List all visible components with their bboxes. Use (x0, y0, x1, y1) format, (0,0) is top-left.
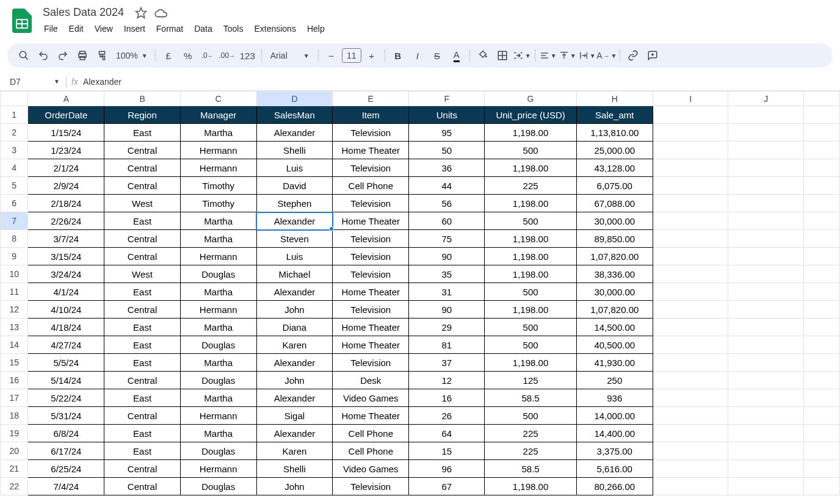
cell-extra-3[interactable] (804, 142, 840, 159)
cell-H16[interactable]: 250 (576, 372, 653, 389)
cell-G13[interactable]: 500 (485, 319, 576, 336)
cell-G18[interactable]: 500 (485, 407, 576, 425)
row-header-6[interactable]: 6 (1, 195, 28, 212)
cell-D6[interactable]: Stephen (256, 195, 333, 212)
cell-extra-16[interactable] (804, 372, 840, 389)
cell-D20[interactable]: Karen (256, 442, 333, 460)
cell-B20[interactable]: East (104, 442, 180, 460)
cell-I2[interactable] (653, 124, 728, 142)
cell-extra-1[interactable] (804, 106, 840, 124)
cell-A19[interactable]: 6/8/24 (28, 425, 104, 442)
cell-F20[interactable]: 15 (409, 442, 485, 460)
cell-G20[interactable]: 225 (485, 442, 576, 460)
paint-format-icon[interactable] (93, 46, 111, 65)
cell-F16[interactable]: 12 (409, 372, 485, 389)
cell-extra-11[interactable] (804, 283, 840, 301)
cell-A7[interactable]: 2/26/24 (28, 212, 104, 230)
cell-J9[interactable] (728, 248, 804, 265)
cell-A20[interactable]: 6/17/24 (28, 442, 104, 460)
cell-E13[interactable]: Home Theater (333, 319, 409, 336)
cell-B18[interactable]: Central (104, 407, 180, 425)
cell-B2[interactable]: East (104, 124, 180, 142)
cell-B19[interactable]: East (104, 425, 180, 442)
cell-F17[interactable]: 16 (409, 389, 485, 407)
cell-extra-19[interactable] (804, 425, 840, 442)
cell-B8[interactable]: Central (104, 230, 180, 248)
cell-extra-17[interactable] (804, 389, 840, 407)
cell-A6[interactable]: 2/18/24 (28, 195, 104, 212)
cell-D16[interactable]: John (256, 372, 333, 389)
cell-H10[interactable]: 38,336.00 (576, 265, 653, 283)
cell-C16[interactable]: Douglas (180, 372, 256, 389)
cell-extra-14[interactable] (804, 336, 840, 354)
cell-C8[interactable]: Martha (180, 230, 256, 248)
cell-J3[interactable] (728, 142, 804, 159)
cell-E3[interactable]: Home Theater (333, 142, 409, 159)
cell-E21[interactable]: Video Games (333, 460, 409, 478)
row-header-17[interactable]: 17 (1, 389, 28, 407)
row-header-22[interactable]: 22 (1, 478, 28, 495)
menu-help[interactable]: Help (302, 21, 330, 36)
cell-J10[interactable] (728, 265, 804, 283)
cell-F2[interactable]: 95 (409, 124, 485, 142)
cell-H17[interactable]: 936 (576, 389, 653, 407)
menu-file[interactable]: File (39, 21, 63, 36)
cell-F7[interactable]: 60 (409, 212, 485, 230)
cell-D9[interactable]: Luis (256, 248, 333, 265)
cell-B11[interactable]: East (104, 283, 180, 301)
cell-B6[interactable]: West (104, 195, 180, 212)
cell-B10[interactable]: West (104, 265, 180, 283)
cell-F11[interactable]: 31 (409, 283, 485, 301)
print-icon[interactable] (73, 46, 92, 65)
cell-J15[interactable] (728, 354, 804, 372)
cell-D15[interactable]: Alexander (256, 354, 333, 372)
cell-C2[interactable]: Martha (180, 124, 256, 142)
cell-C12[interactable]: Hermann (180, 301, 256, 319)
insert-link-icon[interactable] (624, 46, 642, 65)
insert-comment-icon[interactable] (643, 46, 662, 65)
cell-D5[interactable]: David (256, 177, 333, 195)
cell-B3[interactable]: Central (104, 142, 180, 159)
cell-I8[interactable] (653, 230, 728, 248)
row-header-1[interactable]: 1 (1, 106, 28, 124)
cell-I7[interactable] (653, 212, 728, 230)
cell-E15[interactable]: Television (333, 354, 409, 372)
menu-data[interactable]: Data (189, 21, 217, 36)
cell-H22[interactable]: 80,266.00 (576, 478, 653, 495)
cell-J2[interactable] (728, 124, 804, 142)
cell-G3[interactable]: 500 (485, 142, 576, 159)
cell-J11[interactable] (728, 283, 804, 301)
cell-J12[interactable] (728, 301, 804, 319)
cell-C15[interactable]: Martha (180, 354, 256, 372)
cell-C5[interactable]: Timothy (180, 177, 256, 195)
cell-I15[interactable] (653, 354, 728, 372)
cell-J7[interactable] (728, 212, 804, 230)
cell-I19[interactable] (653, 425, 728, 442)
column-header-extra[interactable] (804, 92, 840, 106)
cell-C21[interactable]: Hermann (180, 460, 256, 478)
cell-extra-13[interactable] (804, 319, 840, 336)
cell-E10[interactable]: Television (333, 265, 409, 283)
cell-F12[interactable]: 90 (409, 301, 485, 319)
cell-H18[interactable]: 14,000.00 (576, 407, 653, 425)
cell-F22[interactable]: 67 (409, 478, 485, 495)
menu-extensions[interactable]: Extensions (249, 21, 300, 36)
cell-A22[interactable]: 7/4/24 (28, 478, 104, 495)
cell-A14[interactable]: 4/27/24 (28, 336, 104, 354)
cell-E18[interactable]: Home Theater (333, 407, 409, 425)
cell-D11[interactable]: Alexander (256, 283, 333, 301)
column-header-D[interactable]: D (256, 92, 333, 106)
menu-tools[interactable]: Tools (219, 21, 248, 36)
cell-extra-7[interactable] (804, 212, 840, 230)
cell-B4[interactable]: Central (104, 159, 180, 177)
decrease-font-icon[interactable]: − (322, 46, 341, 65)
cell-D19[interactable]: Alexander (256, 425, 333, 442)
font-size-input[interactable]: 11 (342, 48, 361, 63)
column-header-A[interactable]: A (28, 92, 104, 106)
cell-H11[interactable]: 30,000.00 (576, 283, 653, 301)
menu-view[interactable]: View (90, 21, 118, 36)
cell-A15[interactable]: 5/5/24 (28, 354, 104, 372)
cell-B16[interactable]: Central (104, 372, 180, 389)
cell-extra-10[interactable] (804, 265, 840, 283)
cell-G6[interactable]: 1,198.00 (485, 195, 576, 212)
